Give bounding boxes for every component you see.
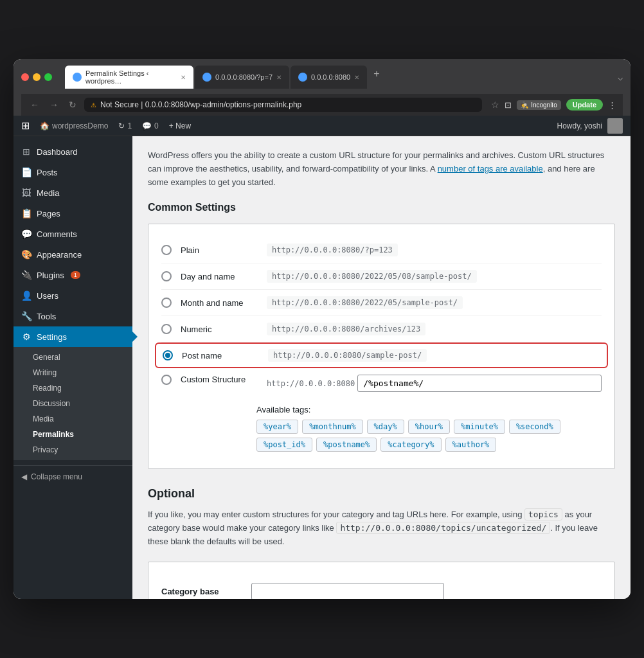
bookmark-icon[interactable]: ☆ (491, 100, 499, 110)
browser-chrome: Permalink Settings ‹ wordpres… ✕ 0.0.0.0… (13, 59, 631, 116)
sidebar-item-tools[interactable]: 🔧 Tools (13, 306, 132, 326)
sidebar-item-plugins[interactable]: 🔌 Plugins 1 (13, 265, 132, 285)
label-month-name: Month and name (181, 298, 258, 308)
radio-day-name[interactable] (161, 271, 172, 281)
user-avatar[interactable] (607, 118, 623, 134)
back-button[interactable]: ← (28, 98, 42, 111)
users-icon: 👤 (21, 290, 31, 301)
settings-submenu: General Writing Reading Discussion Media (13, 347, 132, 460)
submenu-privacy[interactable]: Privacy (13, 442, 132, 458)
tab-close-2[interactable]: ✕ (276, 74, 282, 81)
incognito-icon: 🕵 (521, 102, 528, 109)
tag-minute[interactable]: %minute% (454, 420, 505, 434)
sidebar-item-appearance[interactable]: 🎨 Appearance (13, 244, 132, 265)
collapse-menu-button[interactable]: ◀ Collapse menu (13, 465, 132, 488)
tag-post-id[interactable]: %post_id% (256, 438, 312, 452)
radio-numeric[interactable] (161, 324, 172, 334)
submenu-general[interactable]: General (13, 350, 132, 365)
optional-section: Optional If you like, you may enter cust… (148, 487, 615, 599)
sidebar-item-posts[interactable]: 📄 Posts (13, 162, 132, 182)
radio-plain[interactable] (161, 245, 172, 255)
submenu-media[interactable]: Media (13, 411, 132, 427)
minimize-button[interactable] (33, 73, 40, 81)
tag-postname[interactable]: %postname% (316, 438, 377, 452)
radio-post-name[interactable] (163, 350, 173, 360)
menu-icon[interactable]: ⋮ (608, 100, 616, 110)
update-button[interactable]: Update (566, 99, 603, 111)
maximize-button[interactable] (44, 73, 52, 81)
custom-url-prefix: http://0.0.0.0:8080 (267, 379, 355, 388)
option-custom-structure[interactable]: Custom Structure http://0.0.0.0:8080 (161, 368, 602, 398)
option-post-name[interactable]: Post name http://0.0.0.0:8080/sample-pos… (155, 342, 608, 368)
sidebar-item-label-users: Users (37, 291, 58, 301)
admin-bar: ⊞ 🏠 wordpressDemo ↻ 1 💬 0 + New Howdy, y… (13, 116, 631, 136)
close-button[interactable] (21, 73, 29, 81)
wp-logo: ⊞ (21, 120, 30, 132)
sidebar-item-label-comments: Comments (37, 229, 77, 239)
tab-icon-1 (73, 73, 82, 82)
incognito-label: Incognito (531, 102, 557, 109)
radio-month-name[interactable] (161, 298, 172, 308)
reload-button[interactable]: ↻ (66, 98, 79, 111)
tag-second[interactable]: %second% (509, 420, 560, 434)
address-text: Not Secure | 0.0.0.0:8080/wp-admin/optio… (100, 100, 301, 109)
category-base-label: Category base (161, 587, 238, 596)
submenu-permalinks[interactable]: Permalinks (13, 427, 132, 442)
sidebar-item-pages[interactable]: 📋 Pages (13, 203, 132, 224)
label-custom: Custom Structure (181, 375, 258, 384)
new-content-button[interactable]: + New (169, 121, 191, 130)
tab-icon-3 (298, 73, 307, 82)
option-day-name[interactable]: Day and name http://0.0.0.0:8080/2022/05… (161, 263, 602, 290)
submenu-writing[interactable]: Writing (13, 365, 132, 380)
sidebar-item-label-appearance: Appearance (37, 250, 82, 260)
submenu-discussion[interactable]: Discussion (13, 396, 132, 411)
address-bar[interactable]: ⚠ Not Secure | 0.0.0.0:8080/wp-admin/opt… (84, 98, 482, 112)
option-numeric[interactable]: Numeric http://0.0.0.0:8080/archives/123 (161, 316, 602, 342)
sidebar-item-users[interactable]: 👤 Users (13, 285, 132, 306)
tab-1[interactable]: Permalink Settings ‹ wordpres… ✕ (65, 66, 193, 89)
custom-structure-input[interactable] (357, 375, 602, 392)
category-base-input[interactable] (251, 583, 444, 599)
sidebar-item-label-settings: Settings (37, 332, 67, 342)
tag-monthnum[interactable]: %monthnum% (302, 420, 362, 434)
new-tab-button[interactable]: + (368, 66, 384, 89)
tab-list-button[interactable]: ⌵ (618, 72, 623, 82)
browser-titlebar: Permalink Settings ‹ wordpres… ✕ 0.0.0.0… (21, 66, 623, 89)
dashboard-icon: ⊞ (21, 147, 31, 157)
traffic-lights (21, 73, 52, 81)
optional-form: Category base Tag base (148, 562, 615, 599)
site-name[interactable]: 🏠 wordpressDemo (40, 121, 108, 130)
comments-icon: 💬 (21, 229, 31, 239)
tab-close-1[interactable]: ✕ (181, 74, 186, 81)
tab-3[interactable]: 0.0.0.0:8080 ✕ (291, 66, 367, 89)
tags-link[interactable]: number of tags are available (438, 164, 543, 173)
example-numeric: http://0.0.0.0:8080/archives/123 (267, 323, 425, 335)
posts-icon: 📄 (21, 167, 31, 177)
media-icon: 🖼 (21, 188, 31, 198)
topics-code: topics (524, 508, 562, 520)
comments-link[interactable]: 💬 0 (142, 121, 159, 130)
forward-button[interactable]: → (47, 98, 61, 111)
sidebar-item-dashboard[interactable]: ⊞ Dashboard (13, 141, 132, 162)
updates-count[interactable]: ↻ 1 (118, 121, 132, 130)
tab-2[interactable]: 0.0.0.0:8080/?p=7 ✕ (195, 66, 289, 89)
tag-day[interactable]: %day% (367, 420, 404, 434)
admin-body: ⊞ Dashboard 📄 Posts 🖼 Media 📋 Pages 💬 (13, 136, 631, 599)
sidebar-item-comments[interactable]: 💬 Comments (13, 224, 132, 244)
radio-custom[interactable] (161, 375, 172, 385)
browser-window: Permalink Settings ‹ wordpres… ✕ 0.0.0.0… (13, 59, 631, 599)
option-plain[interactable]: Plain http://0.0.0.0:8080/?p=123 (161, 237, 602, 263)
sidebar-item-settings[interactable]: ⚙ Settings (13, 326, 132, 347)
tag-hour[interactable]: %hour% (408, 420, 450, 434)
optional-description: If you like, you may enter custom struct… (148, 508, 615, 548)
option-month-name[interactable]: Month and name http://0.0.0.0:8080/2022/… (161, 290, 602, 316)
tag-category[interactable]: %category% (380, 438, 441, 452)
submenu-reading[interactable]: Reading (13, 380, 132, 396)
tag-year[interactable]: %year% (256, 420, 298, 434)
tab-label-1: Permalink Settings ‹ wordpres… (85, 69, 177, 85)
common-settings-title: Common Settings (148, 202, 615, 213)
tag-author[interactable]: %author% (445, 438, 497, 452)
sidebar-item-media[interactable]: 🖼 Media (13, 182, 132, 203)
reader-icon[interactable]: ⊡ (505, 100, 512, 110)
tab-close-3[interactable]: ✕ (354, 74, 359, 81)
